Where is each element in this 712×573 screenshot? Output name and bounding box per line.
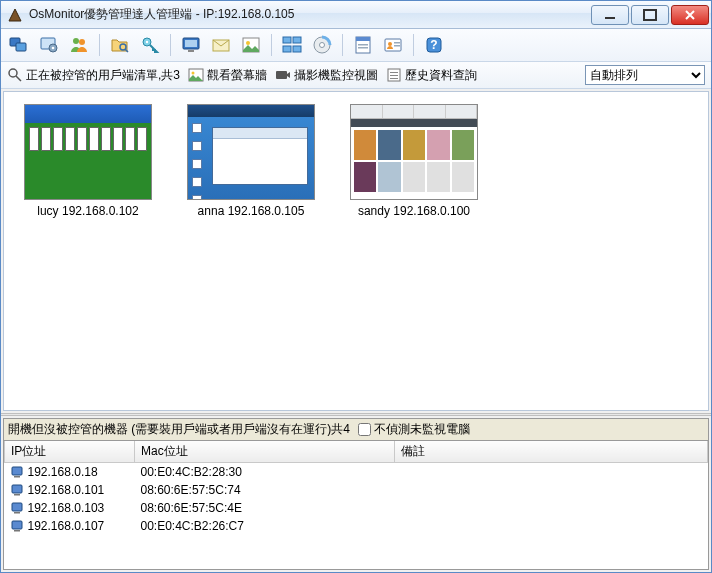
history-button[interactable]: 歷史資料查詢 — [386, 67, 477, 84]
table-row[interactable]: 192.168.0.10108:60:6E:57:5C:74 — [5, 481, 708, 499]
disc-icon[interactable] — [310, 33, 334, 57]
toolbar-separator — [342, 34, 343, 56]
toolbar-separator — [170, 34, 171, 56]
maximize-button[interactable] — [631, 5, 669, 25]
svg-text:?: ? — [430, 38, 437, 52]
key-icon[interactable] — [138, 33, 162, 57]
splitter[interactable] — [1, 413, 711, 416]
toolbar-separator — [99, 34, 100, 56]
picture-icon — [188, 67, 204, 83]
table-row[interactable]: 192.168.0.10700:E0:4C:B2:26:C7 — [5, 517, 708, 535]
svg-rect-12 — [188, 50, 194, 52]
user-card-icon[interactable] — [381, 33, 405, 57]
camera-icon — [275, 67, 291, 83]
cell-ip: 192.168.0.103 — [5, 499, 135, 517]
svg-point-34 — [192, 72, 195, 75]
form-icon[interactable] — [351, 33, 375, 57]
cell-note — [395, 517, 708, 535]
cell-ip: 192.168.0.18 — [5, 463, 135, 481]
monitor-group-icon[interactable] — [7, 33, 31, 57]
svg-point-27 — [388, 42, 392, 46]
client-thumbnails: lucy 192.168.0.102 anna 192.168.0.105 — [4, 92, 708, 410]
toolbar-separator — [271, 34, 272, 56]
toolbar-separator — [413, 34, 414, 56]
svg-rect-43 — [14, 494, 20, 496]
client-thumb[interactable]: sandy 192.168.0.100 — [350, 104, 478, 218]
svg-point-5 — [73, 38, 79, 44]
unmanaged-table: IP位址 Mac位址 備註 192.168.0.1800:E0:4C:B2:28… — [4, 441, 708, 535]
col-ip[interactable]: IP位址 — [5, 441, 135, 463]
camera-button[interactable]: 攝影機監控視圖 — [275, 67, 378, 84]
cell-ip: 192.168.0.107 — [5, 517, 135, 535]
window-title: OsMonitor優勢管理達人管理端 - IP:192.168.0.105 — [29, 6, 591, 23]
svg-rect-19 — [293, 46, 301, 52]
svg-rect-42 — [12, 485, 22, 493]
client-screenshot — [350, 104, 478, 200]
history-icon — [386, 67, 402, 83]
svg-point-4 — [52, 47, 55, 50]
svg-point-6 — [79, 39, 85, 45]
svg-rect-24 — [358, 44, 368, 46]
svg-rect-18 — [283, 46, 291, 52]
col-note[interactable]: 備註 — [395, 441, 708, 463]
skip-detect-checkbox[interactable] — [358, 423, 371, 436]
svg-rect-46 — [12, 521, 22, 529]
settings-gear-icon[interactable] — [37, 33, 61, 57]
skip-detect-toggle[interactable]: 不偵測未監視電腦 — [358, 421, 470, 438]
history-label: 歷史資料查詢 — [405, 67, 477, 84]
svg-rect-39 — [390, 78, 398, 79]
titlebar[interactable]: OsMonitor優勢管理達人管理端 - IP:192.168.0.105 — [1, 1, 711, 29]
unmanaged-header: 開機但沒被控管的機器 (需要裝用戶端或者用戶端沒有在運行)共4 不偵測未監視電腦 — [4, 419, 708, 441]
svg-rect-28 — [394, 42, 400, 44]
svg-rect-16 — [283, 37, 291, 43]
cell-mac: 08:60:6E:57:5C:74 — [135, 481, 395, 499]
svg-rect-47 — [14, 530, 20, 532]
table-row[interactable]: 192.168.0.10308:60:6E:57:5C:4E — [5, 499, 708, 517]
svg-point-15 — [246, 41, 250, 45]
svg-point-21 — [320, 43, 325, 48]
col-mac[interactable]: Mac位址 — [135, 441, 395, 463]
info-bar: 正在被控管的用戶端清單,共3 觀看螢幕牆 攝影機監控視圖 歷史資料查詢 自動排列 — [1, 62, 711, 89]
svg-rect-1 — [16, 43, 26, 51]
close-button[interactable] — [671, 5, 709, 25]
screenwall-label: 觀看螢幕牆 — [207, 67, 267, 84]
users-icon[interactable] — [67, 33, 91, 57]
skip-detect-label: 不偵測未監視電腦 — [374, 421, 470, 438]
magnifier-icon — [7, 67, 23, 83]
image-icon[interactable] — [239, 33, 263, 57]
svg-rect-11 — [185, 40, 197, 47]
app-icon — [7, 7, 23, 23]
svg-rect-35 — [276, 71, 287, 79]
svg-point-9 — [146, 41, 148, 43]
client-label: lucy 192.168.0.102 — [24, 204, 152, 218]
svg-rect-23 — [356, 37, 370, 41]
screenwall-button[interactable]: 觀看螢幕牆 — [188, 67, 267, 84]
cell-note — [395, 481, 708, 499]
client-label: anna 192.168.0.105 — [187, 204, 315, 218]
unmanaged-panel: 開機但沒被控管的機器 (需要裝用戶端或者用戶端沒有在運行)共4 不偵測未監視電腦… — [3, 418, 709, 570]
content-area: lucy 192.168.0.102 anna 192.168.0.105 — [3, 91, 709, 411]
minimize-button[interactable] — [591, 5, 629, 25]
svg-rect-40 — [12, 467, 22, 475]
client-thumb[interactable]: lucy 192.168.0.102 — [24, 104, 152, 218]
screens-multi-icon[interactable] — [280, 33, 304, 57]
folder-search-icon[interactable] — [108, 33, 132, 57]
svg-rect-38 — [390, 75, 398, 76]
client-screenshot — [24, 104, 152, 200]
status-chip: 正在被控管的用戶端清單,共3 — [7, 67, 180, 84]
svg-rect-41 — [14, 476, 20, 478]
unmanaged-table-wrap[interactable]: IP位址 Mac位址 備註 192.168.0.1800:E0:4C:B2:28… — [4, 441, 708, 569]
svg-rect-29 — [394, 45, 400, 47]
mail-icon[interactable] — [209, 33, 233, 57]
status-text: 正在被控管的用戶端清單,共3 — [26, 67, 180, 84]
window-controls — [591, 5, 709, 25]
sort-select[interactable]: 自動排列 — [585, 65, 705, 85]
cell-note — [395, 499, 708, 517]
main-toolbar: ? — [1, 29, 711, 62]
screen-icon[interactable] — [179, 33, 203, 57]
table-row[interactable]: 192.168.0.1800:E0:4C:B2:28:30 — [5, 463, 708, 482]
cell-note — [395, 463, 708, 482]
cell-mac: 08:60:6E:57:5C:4E — [135, 499, 395, 517]
help-icon[interactable]: ? — [422, 33, 446, 57]
client-thumb[interactable]: anna 192.168.0.105 — [187, 104, 315, 218]
